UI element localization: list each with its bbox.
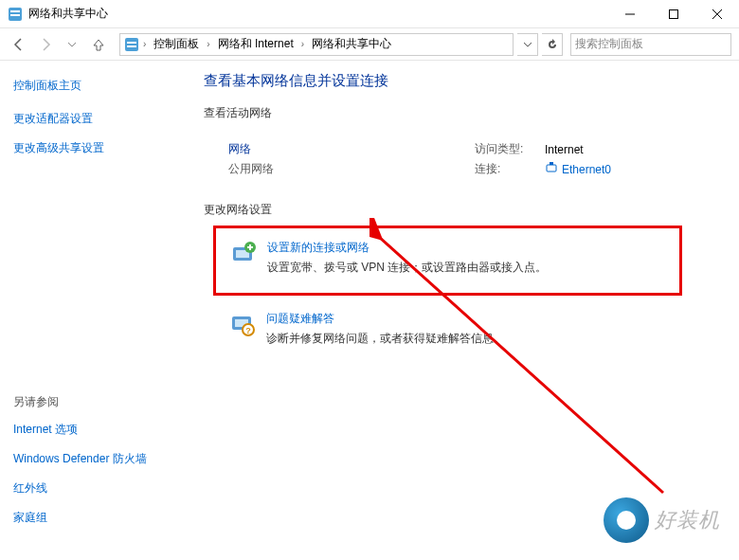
- address-bar: › 控制面板 › 网络和 Internet › 网络和共享中心 搜索控制面板: [0, 28, 739, 61]
- breadcrumb-item[interactable]: 控制面板: [150, 36, 203, 52]
- logo-text: 好装机: [655, 506, 720, 534]
- svg-rect-10: [547, 165, 556, 172]
- breadcrumb-icon: [124, 37, 139, 52]
- logo-icon: [604, 497, 649, 543]
- control-panel-home-link[interactable]: 控制面板主页: [13, 78, 171, 94]
- titlebar: 网络和共享中心: [0, 0, 739, 28]
- troubleshoot-icon: ?: [228, 311, 255, 337]
- svg-rect-8: [127, 42, 136, 44]
- chevron-right-icon: ›: [141, 39, 148, 49]
- breadcrumb[interactable]: › 控制面板 › 网络和 Internet › 网络和共享中心: [119, 33, 514, 56]
- svg-rect-7: [125, 38, 138, 51]
- see-also-infrared[interactable]: 红外线: [13, 480, 147, 497]
- close-button[interactable]: [695, 0, 739, 28]
- option-title: 问题疑难解答: [266, 311, 505, 327]
- chevron-right-icon: ›: [299, 39, 306, 49]
- forward-button[interactable]: [34, 33, 57, 56]
- see-also-heading: 另请参阅: [13, 394, 147, 410]
- svg-rect-9: [127, 45, 136, 47]
- highlighted-option: 设置新的连接或网络 设置宽带、拨号或 VPN 连接；或设置路由器或接入点。: [213, 226, 682, 296]
- minimize-button[interactable]: [608, 0, 652, 28]
- option-title: 设置新的连接或网络: [267, 240, 547, 256]
- svg-rect-4: [670, 9, 678, 18]
- svg-rect-11: [550, 162, 553, 165]
- connection-link[interactable]: Ethernet0: [545, 161, 611, 177]
- see-also-internet-options[interactable]: Internet 选项: [13, 422, 147, 438]
- window-title: 网络和共享中心: [28, 6, 608, 22]
- sidebar-link-sharing-settings[interactable]: 更改高级共享设置: [13, 140, 171, 156]
- option-new-connection[interactable]: 设置新的连接或网络 设置宽带、拨号或 VPN 连接；或设置路由器或接入点。: [222, 234, 674, 281]
- chevron-right-icon: ›: [205, 39, 211, 49]
- refresh-button[interactable]: [542, 33, 563, 56]
- active-network-row: 网络 公用网络 访问类型: Internet 连接: Ethernet0: [228, 141, 720, 181]
- up-button[interactable]: [87, 33, 110, 56]
- history-dropdown[interactable]: [517, 33, 538, 56]
- svg-text:?: ?: [245, 326, 251, 335]
- back-button[interactable]: [8, 33, 30, 56]
- change-settings-title: 更改网络设置: [204, 202, 720, 218]
- watermark-logo: 好装机: [604, 497, 720, 543]
- network-type: 公用网络: [228, 161, 475, 177]
- main-panel: 查看基本网络信息并设置连接 查看活动网络 网络 公用网络 访问类型: Inter…: [185, 61, 739, 560]
- see-also-defender-firewall[interactable]: Windows Defender 防火墙: [13, 451, 147, 467]
- new-connection-icon: [229, 240, 256, 266]
- ethernet-icon: [545, 161, 558, 177]
- svg-rect-1: [10, 10, 20, 12]
- active-networks-title: 查看活动网络: [204, 105, 720, 121]
- search-placeholder: 搜索控制面板: [575, 36, 643, 52]
- access-type-label: 访问类型:: [475, 141, 532, 157]
- maximize-button[interactable]: [652, 0, 695, 28]
- search-input[interactable]: 搜索控制面板: [570, 33, 731, 56]
- option-desc: 诊断并修复网络问题，或者获得疑难解答信息。: [266, 331, 505, 347]
- see-also-homegroup[interactable]: 家庭组: [13, 510, 147, 526]
- network-name: 网络: [228, 141, 475, 157]
- option-troubleshoot[interactable]: ? 问题疑难解答 诊断并修复网络问题，或者获得疑难解答信息。: [221, 305, 720, 352]
- option-desc: 设置宽带、拨号或 VPN 连接；或设置路由器或接入点。: [267, 260, 547, 276]
- window-icon: [8, 7, 23, 22]
- sidebar-link-adapter-settings[interactable]: 更改适配器设置: [13, 111, 171, 127]
- page-heading: 查看基本网络信息并设置连接: [204, 72, 720, 90]
- access-type-value: Internet: [545, 143, 584, 156]
- sidebar: 控制面板主页 更改适配器设置 更改高级共享设置 另请参阅 Internet 选项…: [0, 61, 185, 560]
- breadcrumb-item[interactable]: 网络和 Internet: [214, 36, 297, 52]
- connection-value: Ethernet0: [562, 163, 611, 176]
- connection-label: 连接:: [475, 161, 532, 177]
- svg-rect-2: [10, 14, 20, 16]
- breadcrumb-item[interactable]: 网络和共享中心: [308, 36, 395, 52]
- recent-button[interactable]: [61, 33, 83, 56]
